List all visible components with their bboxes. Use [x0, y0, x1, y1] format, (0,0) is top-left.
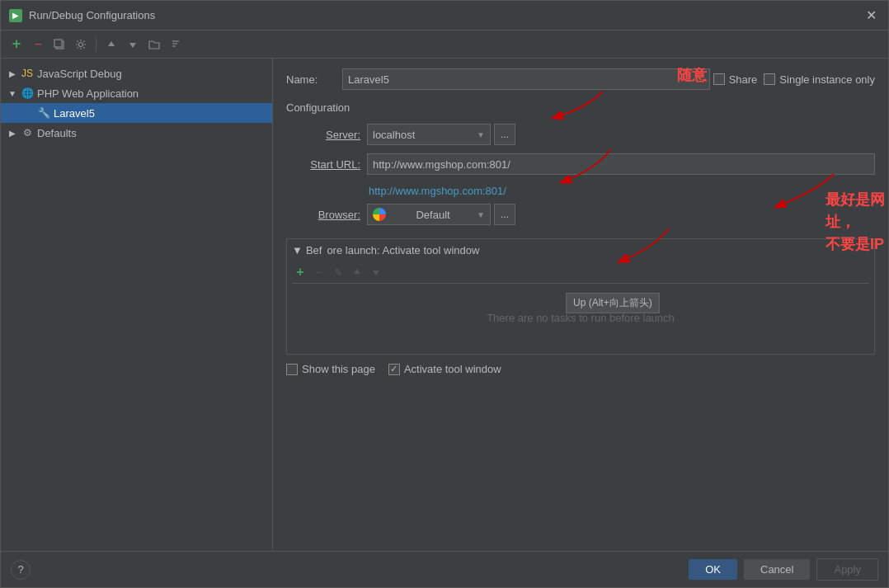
before-launch-header: ▼ Bef ore launch: Activate tool window: [292, 244, 869, 256]
php-web-icon: 🌐: [21, 87, 34, 99]
close-button[interactable]: ✕: [863, 7, 880, 24]
config-title: Configuration: [286, 101, 875, 114]
share-checkbox[interactable]: [713, 73, 725, 85]
server-combo[interactable]: localhost ▼: [367, 124, 491, 145]
ok-button[interactable]: OK: [689, 559, 737, 580]
tooltip-up: Up (Alt+向上箭头): [566, 293, 660, 313]
browser-dots-button[interactable]: ...: [494, 204, 515, 225]
laravel5-label: Laravel5: [54, 107, 95, 120]
show-page-label: Show this page: [302, 363, 375, 375]
apply-button[interactable]: Apply: [816, 558, 878, 581]
run-debug-dialog: ▶ Run/Debug Configurations ✕ + −: [0, 0, 889, 588]
svg-marker-8: [354, 269, 360, 274]
move-up-button[interactable]: [102, 35, 120, 54]
defaults-icon: ⚙: [21, 127, 34, 139]
help-button[interactable]: ?: [11, 560, 31, 580]
start-url-label: Start URL:: [286, 158, 360, 171]
name-input[interactable]: [342, 68, 710, 90]
share-label: Share: [729, 73, 758, 86]
cancel-button[interactable]: Cancel: [744, 559, 810, 580]
server-combo-arrow: ▼: [477, 130, 485, 139]
browser-chrome-icon: [373, 208, 386, 221]
browser-label: Browser:: [286, 209, 360, 221]
start-url-input[interactable]: [367, 153, 875, 175]
sidebar-item-defaults[interactable]: ▶ ⚙ Defaults: [1, 123, 272, 143]
activate-tool-label: Activate tool window: [404, 363, 501, 375]
footer: ? OK Cancel Apply: [1, 551, 888, 587]
remove-config-button[interactable]: −: [29, 35, 47, 54]
move-down-button[interactable]: [124, 35, 142, 54]
server-value: localhost: [373, 129, 415, 141]
svg-marker-3: [108, 41, 115, 46]
browser-select-wrap: Default ▼ ...: [367, 204, 515, 225]
browser-row: Browser: Default ▼ ...: [286, 204, 875, 225]
sort-button[interactable]: [167, 35, 185, 54]
bl-remove-button[interactable]: −: [311, 264, 327, 280]
svg-marker-4: [129, 43, 136, 48]
toolbar-sep1: [96, 37, 96, 52]
show-page-wrap[interactable]: Show this page: [286, 363, 375, 375]
server-select-wrap: localhost ▼ ...: [367, 124, 515, 145]
bl-add-button[interactable]: +: [292, 264, 308, 280]
svg-rect-1: [54, 40, 62, 47]
browser-combo-arrow: ▼: [477, 210, 485, 219]
bl-down-button[interactable]: [368, 264, 384, 280]
url-suggestion[interactable]: http://www.mgshop.com:801/: [286, 183, 875, 199]
bottom-checkboxes: Show this page Activate tool window: [286, 355, 875, 379]
laravel5-icon: 🔧: [37, 107, 50, 119]
toolbar: + −: [1, 31, 888, 59]
js-debug-arrow: ▶: [7, 69, 17, 78]
configuration-section: Configuration Server: localhost ▼ ... St…: [286, 101, 875, 233]
copy-config-button[interactable]: [50, 35, 68, 54]
sidebar-item-js-debug[interactable]: ▶ JS JavaScript Debug: [1, 64, 272, 83]
sidebar: ▶ JS JavaScript Debug ▼ 🌐 PHP Web Applic…: [1, 59, 273, 551]
settings-config-button[interactable]: [72, 35, 90, 54]
server-dots-button[interactable]: ...: [494, 124, 515, 145]
bl-edit-button[interactable]: ✎: [330, 264, 346, 280]
activate-tool-wrap[interactable]: Activate tool window: [388, 363, 501, 375]
server-label: Server:: [286, 129, 360, 141]
add-config-button[interactable]: +: [7, 35, 26, 54]
sidebar-item-php-web[interactable]: ▼ 🌐 PHP Web Application: [1, 83, 272, 103]
top-right-area: Share Single instance only: [710, 73, 875, 86]
php-web-arrow: ▼: [7, 89, 17, 98]
name-label: Name:: [286, 73, 336, 86]
share-checkbox-wrap[interactable]: Share: [713, 73, 758, 86]
add-folder-button[interactable]: [145, 35, 163, 54]
title-bar-left: ▶ Run/Debug Configurations: [9, 9, 155, 22]
before-launch-toolbar: + − ✎: [292, 261, 869, 284]
single-instance-checkbox[interactable]: [764, 73, 775, 85]
title-bar: ▶ Run/Debug Configurations ✕: [1, 1, 888, 31]
before-launch-rest: ore launch: Activate tool window: [327, 244, 479, 256]
php-web-label: PHP Web Application: [37, 87, 139, 100]
defaults-label: Defaults: [37, 127, 77, 139]
bl-up-button[interactable]: [349, 264, 365, 280]
activate-tool-checkbox[interactable]: [388, 364, 400, 375]
sidebar-item-laravel5[interactable]: 🔧 Laravel5: [1, 103, 272, 123]
browser-value: Default: [416, 209, 449, 221]
server-row: Server: localhost ▼ ...: [286, 124, 875, 145]
show-page-checkbox[interactable]: [286, 364, 298, 375]
svg-point-2: [79, 42, 83, 46]
js-debug-label: JavaScript Debug: [37, 68, 122, 80]
single-instance-checkbox-wrap[interactable]: Single instance only: [764, 73, 875, 86]
defaults-arrow: ▶: [7, 129, 17, 138]
before-launch-title: Bef: [306, 244, 322, 256]
dialog-title: Run/Debug Configurations: [29, 9, 155, 21]
browser-combo[interactable]: Default ▼: [367, 204, 491, 225]
start-url-row: Start URL:: [286, 153, 875, 175]
dialog-icon: ▶: [9, 9, 22, 22]
svg-marker-9: [373, 270, 379, 275]
js-debug-icon: JS: [21, 68, 34, 79]
before-launch-triangle: ▼: [292, 244, 303, 256]
single-instance-label: Single instance only: [779, 73, 875, 86]
main-content: ▶ JS JavaScript Debug ▼ 🌐 PHP Web Applic…: [1, 59, 888, 551]
right-panel: Name: Share Single instance only Confi: [273, 59, 888, 551]
